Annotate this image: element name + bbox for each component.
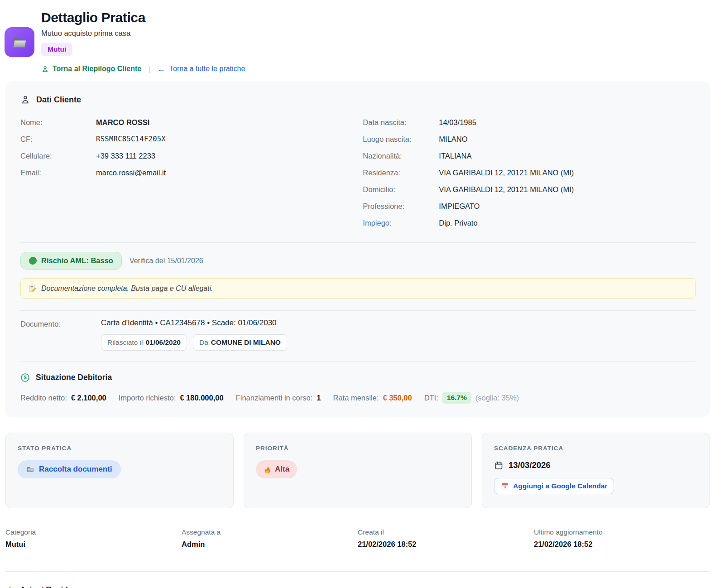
green-dot-icon bbox=[29, 257, 37, 265]
status-cards-row: STATO PRATICA Raccolta documenti PRIORIT… bbox=[5, 433, 710, 508]
client-fields-right: Data nascita: 14/03/1985 Luogo nascita: … bbox=[363, 117, 696, 235]
practice-status-pill: Raccolta documenti bbox=[18, 460, 121, 478]
folder-icon bbox=[26, 465, 34, 473]
client-fields-grid: Nome: MARCO ROSSI CF: RSSMRC85C14F205X C… bbox=[20, 117, 696, 235]
page-header: Dettaglio Pratica Mutuo acquisto prima c… bbox=[0, 0, 720, 74]
document-chips: Rilasciato il 01/06/2020 Da COMUNE DI MI… bbox=[101, 334, 287, 351]
folder-icon bbox=[11, 34, 28, 50]
field-data-nascita: Data nascita: 14/03/1985 bbox=[363, 117, 696, 127]
field-email: Email: marco.rossi@email.it bbox=[20, 168, 346, 178]
dti-badge: 16.7% bbox=[442, 392, 471, 404]
field-domicilio: Domicilio: VIA GARIBALDI 12, 20121 MILAN… bbox=[363, 184, 696, 194]
person-icon bbox=[41, 65, 49, 73]
calendar-17-icon: 17 bbox=[501, 482, 509, 490]
priority-label: PRIORITÀ bbox=[256, 445, 460, 452]
quick-actions-header: Azioni Rapide bbox=[5, 585, 720, 588]
calendar-icon bbox=[494, 461, 504, 470]
practice-folder-avatar bbox=[5, 27, 34, 57]
svg-text:$: $ bbox=[24, 375, 26, 380]
dollar-circle-icon: $ bbox=[20, 373, 30, 382]
practice-status-label: STATO PRATICA bbox=[18, 445, 221, 452]
field-cf: CF: RSSMRC85C14F205X bbox=[20, 134, 346, 144]
field-nome: Nome: MARCO ROSSI bbox=[20, 117, 346, 127]
svg-text:17: 17 bbox=[503, 486, 507, 489]
field-nazionalita: Nazionalità: ITALIANA bbox=[363, 151, 696, 161]
documentation-note-text: Documentazione completa. Busta paga e CU… bbox=[41, 284, 213, 293]
client-data-card: Dati Cliente Nome: MARCO ROSSI CF: RSSMR… bbox=[5, 81, 710, 417]
arrow-left-icon: ← bbox=[157, 65, 165, 73]
quick-actions-title: Azioni Rapide bbox=[20, 585, 72, 588]
deadline-label: SCADENZA PRATICA bbox=[494, 445, 698, 452]
meta-categoria: Categoria Mutui bbox=[5, 528, 182, 549]
deadline-card: SCADENZA PRATICA 13/03/2026 17 Aggiungi … bbox=[482, 433, 710, 508]
field-luogo-nascita: Luogo nascita: MILANO bbox=[363, 134, 696, 144]
aml-risk-row: Rischio AML: Basso Verifica del 15/01/20… bbox=[20, 252, 696, 270]
breadcrumb: Torna al Riepilogo Cliente | ← Torna a t… bbox=[41, 64, 245, 74]
meta-ultimo-aggiornamento: Ultimo aggiornamento 21/02/2026 18:52 bbox=[534, 528, 710, 549]
section-divider bbox=[20, 310, 696, 311]
document-issued-chip: Rilasciato il 01/06/2020 bbox=[101, 334, 187, 351]
document-issuer-chip: Da COMUNE DI MILANO bbox=[193, 334, 287, 351]
deadline-date: 13/03/2026 bbox=[509, 460, 551, 470]
deadline-date-row: 13/03/2026 bbox=[494, 460, 698, 470]
net-income-item: Reddito netto: € 2.100,00 bbox=[20, 394, 106, 402]
field-residenza: Residenza: VIA GARIBALDI 12, 20121 MILAN… bbox=[363, 168, 696, 178]
dti-item: DTI: 16.7% (soglia: 35%) bbox=[424, 392, 519, 404]
document-details: Carta d'Identità • CA12345678 • Scade: 0… bbox=[101, 318, 287, 351]
bottom-divider bbox=[5, 571, 710, 572]
page-title: Dettaglio Pratica bbox=[41, 10, 245, 25]
memo-icon bbox=[28, 284, 37, 293]
field-impiego: Impiego: Dip. Privato bbox=[363, 218, 696, 228]
monthly-installment-item: Rata mensile: € 350,00 bbox=[333, 394, 412, 402]
client-section-header: Dati Cliente bbox=[20, 95, 696, 105]
priority-pill: Alta bbox=[256, 460, 297, 478]
document-label: Documento: bbox=[20, 318, 101, 351]
active-loans-item: Finanziamenti in corso: 1 bbox=[236, 394, 321, 402]
person-icon bbox=[20, 95, 30, 105]
client-fields-left: Nome: MARCO ROSSI CF: RSSMRC85C14F205X C… bbox=[20, 117, 346, 184]
fire-icon bbox=[264, 465, 271, 474]
category-badge: Mutui bbox=[41, 43, 72, 56]
back-to-all-practices-link[interactable]: ← Torna a tutte le pratiche bbox=[157, 65, 245, 73]
page-subtitle: Mutuo acquisto prima casa bbox=[41, 29, 245, 38]
debt-section-title: Situazione Debitoria bbox=[36, 373, 112, 382]
debt-section-header: $ Situazione Debitoria bbox=[20, 373, 696, 382]
link-separator: | bbox=[148, 64, 150, 74]
practice-status-card: STATO PRATICA Raccolta documenti bbox=[5, 433, 234, 508]
aml-risk-badge: Rischio AML: Basso bbox=[20, 252, 122, 270]
aml-verification-date: Verifica del 15/01/2026 bbox=[130, 257, 203, 265]
meta-creata-il: Creata il 21/02/2026 18:52 bbox=[358, 528, 534, 549]
practice-meta-row: Categoria Mutui Assegnata a Admin Creata… bbox=[5, 528, 710, 549]
requested-amount-item: Importo richiesto: € 180.000,00 bbox=[119, 394, 224, 402]
lightning-icon bbox=[5, 586, 14, 588]
client-section-title: Dati Cliente bbox=[36, 95, 81, 105]
meta-assegnata-a: Assegnata a Admin bbox=[182, 528, 358, 549]
document-summary: Carta d'Identità • CA12345678 • Scade: 0… bbox=[101, 318, 287, 328]
document-row: Documento: Carta d'Identità • CA12345678… bbox=[20, 318, 696, 351]
priority-card: PRIORITÀ Alta bbox=[244, 433, 472, 508]
section-divider bbox=[20, 242, 696, 243]
dti-threshold: (soglia: 35%) bbox=[475, 394, 519, 402]
field-cellulare: Cellulare: +39 333 111 2233 bbox=[20, 151, 346, 161]
add-to-google-calendar-button[interactable]: 17 Aggiungi a Google Calendar bbox=[494, 478, 614, 494]
section-divider bbox=[20, 361, 696, 362]
debt-summary-row: Reddito netto: € 2.100,00 Importo richie… bbox=[20, 392, 696, 404]
documentation-note: Documentazione completa. Busta paga e CU… bbox=[20, 278, 696, 299]
back-to-client-link[interactable]: Torna al Riepilogo Cliente bbox=[41, 65, 141, 73]
field-professione: Professione: IMPIEGATO bbox=[363, 201, 696, 211]
